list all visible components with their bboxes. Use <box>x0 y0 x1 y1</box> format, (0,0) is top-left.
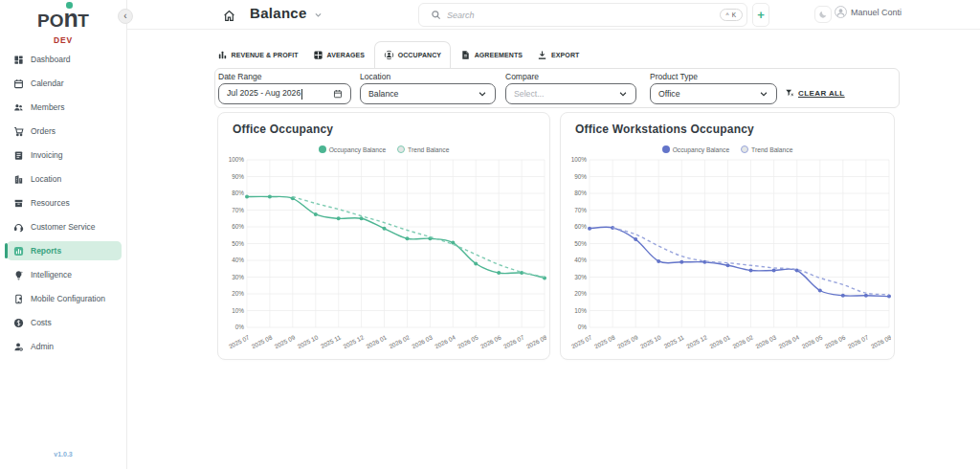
location-value: Balance <box>368 89 473 99</box>
svg-text:90%: 90% <box>232 173 244 180</box>
sidebar-item-members[interactable]: Members <box>7 98 122 117</box>
filter-panel: Date Range Jul 2025 - Aug 2026 Location … <box>214 68 900 108</box>
location-select[interactable]: Balance <box>360 83 496 104</box>
date-range-input[interactable]: Jul 2025 - Aug 2026 <box>218 83 351 104</box>
tab-label: AVERAGES <box>327 52 366 58</box>
tab-bar: REVENUE & PROFITAVERAGESOCCUPANCYAGREEME… <box>210 42 587 68</box>
avatar-icon <box>835 6 847 18</box>
chevron-down-icon <box>618 89 628 99</box>
compare-select[interactable]: Select... <box>505 83 636 104</box>
tab-averages[interactable]: AVERAGES <box>305 41 372 68</box>
sidebar-item-location[interactable]: Location <box>7 169 122 189</box>
content: REVENUE & PROFITAVERAGESOCCUPANCYAGREEME… <box>127 30 980 469</box>
user-menu[interactable]: Manuel Conti <box>835 6 902 18</box>
calendar-icon <box>13 78 24 89</box>
product-type-select[interactable]: Office <box>650 83 777 104</box>
svg-text:2025 12: 2025 12 <box>342 333 365 349</box>
sidebar-item-label: Intelligence <box>31 270 72 279</box>
svg-text:2026 02: 2026 02 <box>731 333 754 349</box>
tab-occupancy[interactable]: OCCUPANCY <box>374 41 452 68</box>
chart-area: 0%10%20%30%40%50%60%70%80%90%100%2025 07… <box>561 156 894 352</box>
sidebar-item-label: Dashboard <box>31 55 71 64</box>
svg-text:2026 07: 2026 07 <box>847 333 870 349</box>
sidebar-item-label: Orders <box>31 126 56 136</box>
grid-icon <box>313 50 323 60</box>
tab-label: REVENUE & PROFIT <box>232 52 299 58</box>
sidebar-collapse-button[interactable]: ‹ <box>118 9 133 24</box>
app-version: v1.0.3 <box>0 451 126 458</box>
filter-date-range: Date Range Jul 2025 - Aug 2026 <box>218 72 351 104</box>
add-button[interactable]: + <box>752 3 769 27</box>
sidebar-item-orders[interactable]: Orders <box>7 122 122 141</box>
dark-mode-toggle[interactable] <box>814 6 832 23</box>
keyboard-shortcut-badge: ^ K <box>720 9 743 21</box>
home-icon[interactable] <box>223 9 235 21</box>
sidebar-item-mobile-configuration[interactable]: Mobile Configuration <box>7 289 122 308</box>
filter-location: Location Balance <box>360 72 496 104</box>
search-box[interactable]: ^ K <box>418 3 747 27</box>
logo-dot <box>66 2 73 9</box>
svg-text:90%: 90% <box>574 173 587 180</box>
page-title[interactable]: Balance <box>250 5 323 21</box>
tab-label: EXPORT <box>551 52 579 58</box>
svg-text:60%: 60% <box>574 223 587 230</box>
legend-item[interactable]: Trend Balance <box>397 145 449 154</box>
clear-all-label: CLEAR ALL <box>798 89 845 98</box>
filter-label: Location <box>360 72 496 81</box>
filter-label: Compare <box>505 72 636 81</box>
svg-text:100%: 100% <box>571 156 588 163</box>
svg-text:10%: 10% <box>574 307 587 314</box>
svg-text:2025 10: 2025 10 <box>639 333 662 349</box>
chart-legend: Occupancy BalanceTrend Balance <box>561 145 894 154</box>
svg-text:2026 01: 2026 01 <box>708 333 731 349</box>
line-chart: 0%10%20%30%40%50%60%70%80%90%100%2025 07… <box>221 156 546 352</box>
clear-all-button[interactable]: CLEAR ALL <box>785 88 845 98</box>
sidebar-item-invoicing[interactable]: Invoicing <box>7 145 122 165</box>
calendar-icon <box>333 89 343 99</box>
admin-icon <box>13 342 24 352</box>
svg-text:2026 06: 2026 06 <box>823 333 846 349</box>
sidebar-item-resources[interactable]: Resources <box>7 193 122 212</box>
svg-text:2025 07: 2025 07 <box>570 333 593 349</box>
svg-text:2026 05: 2026 05 <box>800 333 823 349</box>
search-input[interactable] <box>447 11 714 20</box>
resources-icon <box>13 198 24 209</box>
chart-title: Office Workstations Occupancy <box>561 113 894 136</box>
svg-text:2026 06: 2026 06 <box>479 333 502 349</box>
logo-text-mid: n <box>64 5 78 32</box>
sidebar-item-customer-service[interactable]: Customer Service <box>7 217 122 236</box>
svg-text:80%: 80% <box>574 190 587 196</box>
legend-item[interactable]: Occupancy Balance <box>319 145 386 154</box>
tab-revenue-profit[interactable]: REVENUE & PROFIT <box>210 41 305 68</box>
svg-text:2026 05: 2026 05 <box>457 333 479 349</box>
svg-text:2026 04: 2026 04 <box>777 333 800 349</box>
tab-export[interactable]: EXPORT <box>530 41 587 68</box>
svg-text:2026 03: 2026 03 <box>411 333 434 349</box>
sidebar-item-calendar[interactable]: Calendar <box>7 74 122 93</box>
sidebar-item-label: Members <box>31 102 64 112</box>
line-chart: 0%10%20%30%40%50%60%70%80%90%100%2025 07… <box>564 156 891 352</box>
legend-item[interactable]: Occupancy Balance <box>662 145 729 154</box>
environment-badge: DEV <box>0 35 126 45</box>
svg-text:2025 09: 2025 09 <box>273 333 296 349</box>
svg-text:2025 09: 2025 09 <box>616 333 639 349</box>
legend-label: Trend Balance <box>408 146 449 153</box>
legend-item[interactable]: Trend Balance <box>741 145 792 154</box>
invoicing-icon <box>13 150 24 161</box>
legend-dot <box>662 145 670 153</box>
sidebar-item-intelligence[interactable]: Intelligence <box>7 265 122 284</box>
tab-agreements[interactable]: AGREEMENTS <box>453 41 529 68</box>
svg-text:100%: 100% <box>229 156 245 163</box>
sidebar-item-reports[interactable]: Reports <box>7 241 122 260</box>
svg-text:40%: 40% <box>232 257 244 263</box>
sidebar-item-costs[interactable]: Costs <box>7 313 122 332</box>
svg-text:50%: 50% <box>232 240 244 247</box>
sidebar-item-label: Invoicing <box>31 150 63 160</box>
svg-text:2026 01: 2026 01 <box>365 333 388 349</box>
sidebar-item-admin[interactable]: Admin <box>7 337 122 356</box>
sidebar-item-dashboard[interactable]: Dashboard <box>7 50 122 69</box>
sidebar: POnT DEV DashboardCalendarMembersOrdersI… <box>0 0 127 469</box>
svg-text:2025 07: 2025 07 <box>228 333 251 349</box>
svg-text:2026 07: 2026 07 <box>502 333 525 349</box>
sidebar-item-label: Resources <box>31 198 70 208</box>
